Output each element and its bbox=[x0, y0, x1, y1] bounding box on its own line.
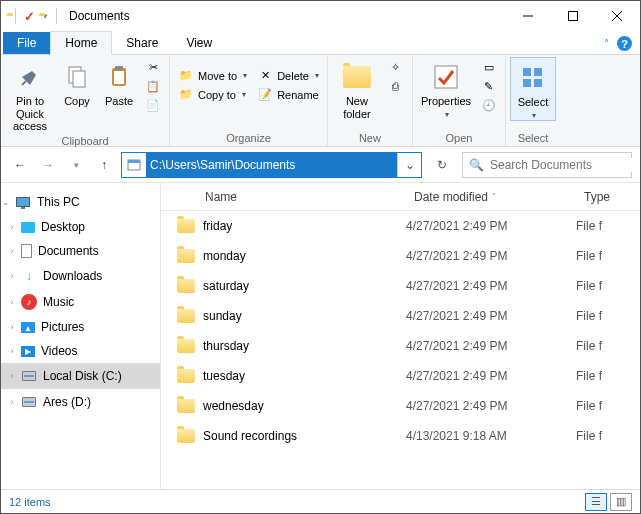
nav-this-pc[interactable]: ⌄ This PC bbox=[1, 189, 160, 215]
history-button[interactable]: 🕘 bbox=[477, 97, 501, 114]
select-icon bbox=[522, 62, 544, 94]
collapse-ribbon-icon[interactable]: ˄ bbox=[604, 38, 609, 49]
easy-access-icon: ⎙ bbox=[388, 80, 404, 92]
delete-button[interactable]: ✕Delete▾ bbox=[253, 67, 323, 84]
select-button[interactable]: Select ▾ bbox=[510, 57, 556, 121]
chevron-right-icon[interactable]: › bbox=[7, 346, 17, 356]
help-icon[interactable]: ? bbox=[617, 36, 632, 51]
nav-item-ares-d-[interactable]: ›Ares (D:) bbox=[1, 389, 160, 415]
file-row[interactable]: monday4/27/2021 2:49 PMFile f bbox=[161, 241, 640, 271]
open-icon: ▭ bbox=[481, 61, 497, 74]
nav-item-desktop[interactable]: ›Desktop bbox=[1, 215, 160, 239]
file-type: File f bbox=[576, 399, 636, 413]
nav-item-documents[interactable]: ›Documents bbox=[1, 239, 160, 263]
move-to-icon: 📁 bbox=[178, 69, 194, 82]
file-date: 4/27/2021 2:49 PM bbox=[406, 309, 576, 323]
group-select-label: Select bbox=[510, 130, 556, 146]
rename-button[interactable]: 📝Rename bbox=[253, 86, 323, 103]
new-item-button[interactable]: ✧ bbox=[384, 59, 408, 76]
nav-item-pictures[interactable]: ›▲Pictures bbox=[1, 315, 160, 339]
copy-to-button[interactable]: 📁Copy to▾ bbox=[174, 86, 251, 103]
refresh-button[interactable]: ↻ bbox=[428, 152, 456, 178]
chevron-right-icon[interactable]: › bbox=[7, 222, 17, 232]
qat-properties-icon[interactable]: ✓ bbox=[24, 9, 35, 24]
column-type[interactable]: Type bbox=[576, 190, 636, 204]
close-button[interactable] bbox=[595, 2, 640, 30]
column-headers: Name Date modified˄ Type bbox=[161, 183, 640, 211]
file-date: 4/27/2021 2:49 PM bbox=[406, 399, 576, 413]
svg-rect-12 bbox=[534, 68, 542, 76]
tab-file[interactable]: File bbox=[3, 32, 50, 54]
search-input[interactable] bbox=[490, 158, 640, 172]
nav-item-downloads[interactable]: ›↓Downloads bbox=[1, 263, 160, 289]
open-button[interactable]: ▭ bbox=[477, 59, 501, 76]
nav-item-videos[interactable]: ›▶Videos bbox=[1, 339, 160, 363]
file-row[interactable]: tuesday4/27/2021 2:49 PMFile f bbox=[161, 361, 640, 391]
minimize-button[interactable] bbox=[505, 2, 550, 30]
maximize-button[interactable] bbox=[550, 2, 595, 30]
tab-share[interactable]: Share bbox=[112, 32, 172, 54]
tab-view[interactable]: View bbox=[172, 32, 226, 54]
chevron-right-icon[interactable]: › bbox=[7, 397, 17, 407]
nav-item-music[interactable]: ›♪Music bbox=[1, 289, 160, 315]
file-row[interactable]: sunday4/27/2021 2:49 PMFile f bbox=[161, 301, 640, 331]
group-organize-label: Organize bbox=[174, 130, 323, 146]
tab-home[interactable]: Home bbox=[50, 31, 112, 55]
chevron-down-icon: ▾ bbox=[315, 71, 319, 80]
file-date: 4/27/2021 2:49 PM bbox=[406, 219, 576, 233]
move-to-button[interactable]: 📁Move to▾ bbox=[174, 67, 251, 84]
pin-to-quick-access-button[interactable]: Pin to Quick access bbox=[5, 57, 55, 133]
chevron-right-icon[interactable]: › bbox=[7, 371, 17, 381]
address-bar[interactable]: ⌄ bbox=[121, 152, 422, 178]
address-dropdown[interactable]: ⌄ bbox=[397, 153, 421, 177]
file-date: 4/27/2021 2:49 PM bbox=[406, 339, 576, 353]
up-button[interactable]: ↑ bbox=[93, 154, 115, 176]
column-date[interactable]: Date modified˄ bbox=[406, 190, 576, 204]
chevron-right-icon[interactable]: › bbox=[7, 246, 17, 256]
paste-icon bbox=[109, 61, 129, 93]
address-input[interactable] bbox=[146, 153, 397, 177]
copy-to-icon: 📁 bbox=[178, 88, 194, 101]
file-row[interactable]: Sound recordings4/13/2021 9:18 AMFile f bbox=[161, 421, 640, 451]
chevron-right-icon[interactable]: › bbox=[7, 271, 17, 281]
chevron-right-icon[interactable]: › bbox=[7, 322, 17, 332]
file-type: File f bbox=[576, 279, 636, 293]
nav-item-local-disk-c-[interactable]: ›Local Disk (C:) bbox=[1, 363, 160, 389]
large-icons-view-button[interactable]: ▥ bbox=[610, 493, 632, 511]
search-box[interactable]: 🔍 bbox=[462, 152, 632, 178]
details-view-button[interactable]: ☰ bbox=[585, 493, 607, 511]
file-row[interactable]: wednesday4/27/2021 2:49 PMFile f bbox=[161, 391, 640, 421]
svg-rect-8 bbox=[115, 66, 123, 70]
recent-locations-button[interactable]: ▾ bbox=[65, 154, 87, 176]
file-list[interactable]: friday4/27/2021 2:49 PMFile fmonday4/27/… bbox=[161, 211, 640, 489]
new-folder-icon bbox=[343, 61, 371, 93]
properties-button[interactable]: Properties ▾ bbox=[417, 57, 475, 119]
forward-button[interactable]: → bbox=[37, 154, 59, 176]
scissors-icon: ✂ bbox=[145, 61, 161, 74]
column-name[interactable]: Name bbox=[161, 190, 406, 204]
file-row[interactable]: thursday4/27/2021 2:49 PMFile f bbox=[161, 331, 640, 361]
new-folder-button[interactable]: New folder bbox=[332, 57, 382, 120]
file-type: File f bbox=[576, 219, 636, 233]
nav-item-label: Music bbox=[43, 295, 74, 309]
back-button[interactable]: ← bbox=[9, 154, 31, 176]
copy-button[interactable]: Copy bbox=[57, 57, 97, 108]
nav-item-label: Documents bbox=[38, 244, 99, 258]
file-name: Sound recordings bbox=[203, 429, 297, 443]
item-count: 12 items bbox=[9, 496, 51, 508]
file-row[interactable]: saturday4/27/2021 2:49 PMFile f bbox=[161, 271, 640, 301]
navigation-pane[interactable]: ⌄ This PC ›Desktop›Documents›↓Downloads›… bbox=[1, 183, 161, 489]
svg-rect-1 bbox=[568, 12, 577, 21]
copy-path-button[interactable]: 📋 bbox=[141, 78, 165, 95]
paste-shortcut-button[interactable]: 📄 bbox=[141, 97, 165, 114]
chevron-down-icon[interactable]: ⌄ bbox=[1, 197, 11, 207]
svg-rect-9 bbox=[114, 71, 124, 84]
file-name: saturday bbox=[203, 279, 249, 293]
svg-rect-14 bbox=[534, 79, 542, 87]
easy-access-button[interactable]: ⎙ bbox=[384, 78, 408, 94]
edit-button[interactable]: ✎ bbox=[477, 78, 501, 95]
cut-button[interactable]: ✂ bbox=[141, 59, 165, 76]
file-row[interactable]: friday4/27/2021 2:49 PMFile f bbox=[161, 211, 640, 241]
chevron-right-icon[interactable]: › bbox=[7, 297, 17, 307]
paste-button[interactable]: Paste bbox=[99, 57, 139, 108]
